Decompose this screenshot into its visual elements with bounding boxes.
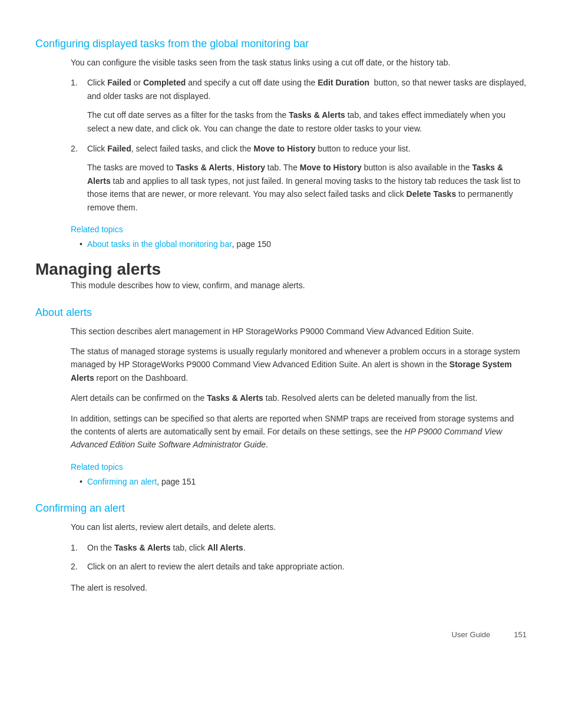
- confirm-step1-container: 1. On the Tasks & Alerts tab, click All …: [71, 541, 527, 554]
- step1-follow: The cut off date serves as a filter for …: [87, 108, 527, 135]
- confirm-step2-container: 2. Click on an alert to review the alert…: [71, 560, 527, 573]
- related-topics-1-heading: Related topics: [71, 225, 527, 234]
- step1-bold3: Edit Duration: [318, 78, 369, 87]
- step2-follow: The tasks are moved to Tasks & Alerts, H…: [87, 161, 527, 214]
- section1-title: Configuring displayed tasks from the glo…: [35, 38, 527, 50]
- related-topics-1-link[interactable]: About tasks in the global monitoring bar: [87, 238, 232, 251]
- section2-para3: Alert details can be confirmed on the Ta…: [71, 391, 527, 404]
- chapter-title: Managing alerts: [35, 260, 527, 279]
- step1-text: Click Failed or Completed and specify a …: [87, 76, 527, 103]
- section3-title: Confirming an alert: [35, 502, 527, 515]
- step2-bold1: Failed: [107, 144, 131, 153]
- related-topics-2-link[interactable]: Confirming an alert: [87, 475, 157, 488]
- related-topics-2-heading: Related topics: [71, 462, 527, 472]
- footer-label: User Guide: [452, 630, 491, 639]
- related-topics-2-pageref: , page 151: [157, 475, 196, 488]
- section2-para2: The status of managed storage systems is…: [71, 345, 527, 384]
- chapter-intro: This module describes how to view, confi…: [71, 279, 527, 292]
- step1-bold1: Failed: [107, 78, 131, 87]
- step1-bold2: Completed: [143, 78, 186, 87]
- confirm-step1-bold2: All Alerts: [207, 543, 243, 552]
- related-topics-1-pageref: , page 150: [232, 238, 271, 251]
- related-topics-2-list: Confirming an alert, page 151: [80, 475, 527, 488]
- confirm-step2-number: 2.: [71, 560, 87, 573]
- step2-number: 2.: [71, 142, 87, 155]
- related-topics-2-item: Confirming an alert, page 151: [80, 475, 527, 488]
- section1-intro: You can configure the visible tasks seen…: [71, 56, 527, 69]
- step1-number: 1.: [71, 76, 87, 103]
- confirm-step1-bold1: Tasks & Alerts: [114, 543, 171, 552]
- section2-para4: In addition, settings can be specified s…: [71, 412, 527, 452]
- step2-container: 2. Click Failed, select failed tasks, an…: [71, 142, 527, 155]
- related-topics-1-item: About tasks in the global monitoring bar…: [80, 238, 527, 251]
- related-topics-1-list: About tasks in the global monitoring bar…: [80, 238, 527, 251]
- section2-para1: This section describes alert management …: [71, 325, 527, 338]
- step2-bold2: Move to History: [253, 144, 315, 153]
- section2-title: About alerts: [35, 307, 527, 319]
- page-content: Configuring displayed tasks from the glo…: [35, 38, 527, 639]
- confirm-step2-text: Click on an alert to review the alert de…: [87, 560, 345, 573]
- step1-container: 1. Click Failed or Completed and specify…: [71, 76, 527, 103]
- section3-conclusion: The alert is resolved.: [71, 581, 527, 594]
- page-footer: User Guide 151: [35, 630, 527, 639]
- confirm-step1-number: 1.: [71, 541, 87, 554]
- footer-page-number: 151: [514, 630, 527, 639]
- step2-text: Click Failed, select failed tasks, and c…: [87, 142, 411, 155]
- confirm-step1-text: On the Tasks & Alerts tab, click All Ale…: [87, 541, 246, 554]
- section3-intro: You can list alerts, review alert detail…: [71, 521, 527, 533]
